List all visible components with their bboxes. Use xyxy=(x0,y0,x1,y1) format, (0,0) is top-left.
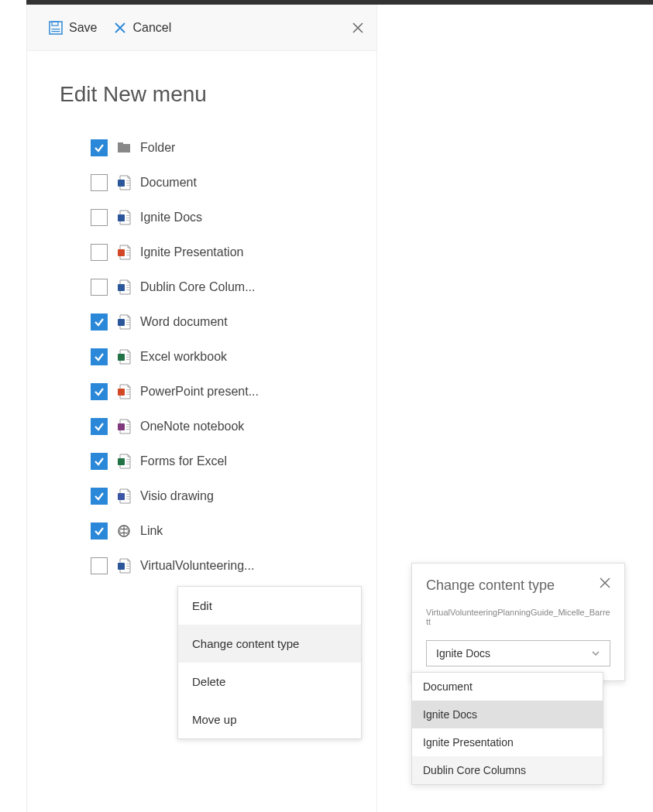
svg-rect-5 xyxy=(118,142,123,145)
svg-rect-35 xyxy=(126,424,129,425)
svg-rect-8 xyxy=(126,183,129,183)
svg-rect-27 xyxy=(126,355,129,355)
context-menu: EditChange content typeDeleteMove up xyxy=(177,586,362,739)
dropdown-option[interactable]: Document xyxy=(412,673,603,701)
popup-title: Change content type xyxy=(426,577,555,594)
list-item[interactable]: Link xyxy=(91,513,376,548)
svg-rect-29 xyxy=(126,359,129,360)
item-checkbox[interactable] xyxy=(91,209,108,226)
item-checkbox[interactable] xyxy=(91,383,108,400)
item-label: Dublin Core Colum... xyxy=(140,280,256,294)
svg-rect-47 xyxy=(118,563,125,570)
svg-rect-21 xyxy=(126,290,129,290)
list-item[interactable]: Ignite Presentation xyxy=(91,235,376,269)
item-checkbox[interactable] xyxy=(91,174,108,191)
close-button[interactable] xyxy=(352,22,364,34)
svg-rect-36 xyxy=(126,427,129,427)
list-item[interactable]: Visio drawing xyxy=(91,478,376,513)
item-checkbox[interactable] xyxy=(91,453,108,470)
svg-rect-45 xyxy=(126,499,129,499)
svg-rect-33 xyxy=(126,394,129,395)
svg-rect-50 xyxy=(126,568,129,569)
list-item[interactable]: OneNote notebook xyxy=(91,409,376,444)
svg-rect-6 xyxy=(118,180,125,187)
list-item[interactable]: VirtualVolunteering... xyxy=(91,548,376,583)
cancel-x-icon xyxy=(114,22,126,34)
change-content-type-popup: Change content type VirtualVolunteeringP… xyxy=(411,563,625,681)
item-label: Ignite Presentation xyxy=(140,245,243,259)
svg-rect-20 xyxy=(126,287,129,288)
svg-rect-13 xyxy=(126,220,129,221)
list-item[interactable]: PowerPoint present... xyxy=(91,374,376,409)
svg-rect-28 xyxy=(126,357,129,358)
svg-rect-4 xyxy=(118,144,130,152)
svg-rect-9 xyxy=(126,185,129,186)
item-checkbox[interactable] xyxy=(91,279,108,296)
word-file-icon xyxy=(117,279,131,296)
excel-file-icon xyxy=(117,453,131,470)
item-label: VirtualVolunteering... xyxy=(140,559,254,573)
item-checkbox[interactable] xyxy=(91,348,108,365)
svg-rect-40 xyxy=(126,461,129,462)
svg-rect-2 xyxy=(52,29,60,29)
content-type-dropdown: DocumentIgnite DocsIgnite PresentationDu… xyxy=(411,672,603,785)
word-file-icon xyxy=(117,174,131,191)
svg-rect-7 xyxy=(126,180,129,181)
item-checkbox[interactable] xyxy=(91,418,108,435)
list-item[interactable]: Ignite Docs xyxy=(91,200,376,235)
list-item[interactable]: Dublin Core Colum... xyxy=(91,269,376,304)
cancel-button[interactable]: Cancel xyxy=(114,21,171,35)
svg-rect-19 xyxy=(126,285,129,286)
item-checkbox[interactable] xyxy=(91,139,108,156)
list-item[interactable]: Excel workbook xyxy=(91,339,376,374)
list-item[interactable]: Word document xyxy=(91,304,376,339)
svg-rect-23 xyxy=(126,320,129,320)
item-label: Forms for Excel xyxy=(140,454,227,468)
svg-rect-48 xyxy=(126,564,129,564)
word-file-icon xyxy=(117,313,131,331)
save-icon xyxy=(49,21,63,35)
dropdown-option[interactable]: Ignite Docs xyxy=(412,701,603,728)
item-checkbox[interactable] xyxy=(91,557,108,574)
item-label: OneNote notebook xyxy=(140,420,244,433)
popup-close-button[interactable] xyxy=(600,577,610,588)
svg-rect-44 xyxy=(126,496,129,497)
list-item[interactable]: Document xyxy=(91,165,376,200)
svg-rect-16 xyxy=(126,252,129,253)
svg-rect-14 xyxy=(118,249,125,256)
svg-rect-18 xyxy=(118,284,125,291)
popup-subtitle: VirtualVolunteeringPlanningGuide_Micelle… xyxy=(426,608,610,626)
item-label: Link xyxy=(140,524,163,538)
svg-rect-17 xyxy=(126,255,129,255)
dropdown-option[interactable]: Dublin Core Columns xyxy=(412,756,603,784)
item-label: Word document xyxy=(140,315,228,329)
svg-rect-10 xyxy=(118,214,125,221)
item-checkbox[interactable] xyxy=(91,488,108,505)
context-menu-item[interactable]: Change content type xyxy=(178,625,361,663)
powerpoint-file-icon xyxy=(117,244,131,261)
context-menu-item[interactable]: Edit xyxy=(178,587,361,625)
item-checkbox[interactable] xyxy=(91,244,108,261)
visio-file-icon xyxy=(117,488,131,505)
item-checkbox[interactable] xyxy=(91,522,108,540)
item-label: PowerPoint present... xyxy=(140,385,259,399)
item-label: Ignite Docs xyxy=(140,211,202,224)
context-menu-item[interactable]: Delete xyxy=(178,663,361,701)
svg-rect-12 xyxy=(126,218,129,218)
dropdown-option[interactable]: Ignite Presentation xyxy=(412,728,603,756)
svg-rect-3 xyxy=(52,31,60,32)
item-label: Visio drawing xyxy=(140,489,214,503)
context-menu-item[interactable]: Move up xyxy=(178,701,361,738)
list-item[interactable]: Folder xyxy=(91,130,376,165)
svg-rect-49 xyxy=(126,566,129,567)
save-button[interactable]: Save xyxy=(49,21,97,35)
svg-rect-34 xyxy=(118,423,125,430)
svg-rect-22 xyxy=(118,319,125,326)
content-type-select[interactable]: Ignite Docs xyxy=(426,640,610,666)
svg-rect-15 xyxy=(126,250,129,251)
list-item[interactable]: Forms for Excel xyxy=(91,444,376,478)
item-checkbox[interactable] xyxy=(91,313,108,331)
powerpoint-file-icon xyxy=(117,383,131,400)
svg-rect-39 xyxy=(126,459,129,460)
item-label: Excel workbook xyxy=(140,350,227,364)
